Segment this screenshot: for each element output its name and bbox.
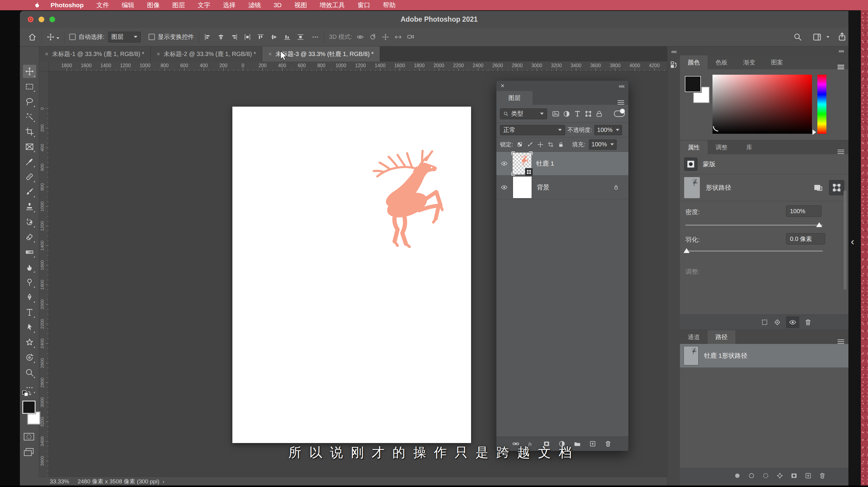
vector-mask-button[interactable] [829, 180, 844, 195]
share-icon[interactable] [837, 32, 847, 41]
document-canvas[interactable] [232, 107, 471, 443]
close-tab-icon[interactable]: × [157, 51, 160, 58]
foreground-color-swatch[interactable] [22, 400, 36, 414]
stroke-path-icon[interactable] [748, 472, 755, 480]
density-slider-thumb[interactable] [816, 222, 822, 227]
layer-thumbnail[interactable] [513, 176, 532, 198]
menu-item-3D[interactable]: 3D [274, 1, 282, 9]
rotate-view-tool[interactable] [23, 351, 36, 364]
crop-tool[interactable] [23, 125, 36, 138]
tab-渐变[interactable]: 渐变 [735, 56, 763, 69]
zoom-level[interactable]: 33.33% [50, 478, 69, 485]
brush-tool[interactable] [23, 185, 36, 198]
collapse-icon[interactable]: «« [619, 83, 624, 90]
add-mask-button[interactable] [813, 183, 823, 192]
hamburger-icon[interactable] [838, 339, 844, 344]
healing-brush-tool[interactable] [23, 170, 36, 184]
saturation-brightness-field[interactable] [712, 75, 812, 134]
pixel-filter-icon[interactable] [552, 110, 560, 118]
menu-item-滤镜[interactable]: 滤镜 [248, 1, 261, 9]
mask-visibility-icon[interactable] [786, 316, 799, 328]
scrollbar[interactable] [844, 190, 846, 290]
tab-layers[interactable]: 图层 [496, 91, 532, 105]
new-path-icon[interactable] [804, 472, 812, 480]
path-to-selection-icon[interactable] [762, 472, 770, 480]
feather-field[interactable]: 0.0 像素 [786, 233, 825, 245]
menu-item-帮助[interactable]: 帮助 [383, 1, 396, 9]
chevron-right-icon[interactable]: › [162, 478, 164, 485]
gradient-tool[interactable] [23, 246, 36, 259]
frame-tool[interactable] [23, 140, 36, 153]
filter-type-dropdown[interactable]: 类型 [500, 108, 547, 119]
menu-item-图像[interactable]: 图像 [147, 1, 160, 9]
opacity-field[interactable]: 100% [594, 125, 622, 135]
path-ops-icon[interactable] [776, 472, 784, 480]
delete-mask-icon[interactable] [804, 318, 812, 326]
title-bar[interactable]: Adobe Photoshop 2021 [20, 11, 858, 28]
menu-item-视图[interactable]: 视图 [294, 1, 307, 9]
tab-库[interactable]: 库 [735, 140, 763, 154]
marquee-tool[interactable] [23, 80, 36, 93]
blend-mode-dropdown[interactable]: 正常 [500, 125, 565, 135]
workspace-icon[interactable] [812, 33, 822, 41]
dodge-tool[interactable] [23, 275, 36, 289]
layer-thumbnail[interactable] [513, 153, 531, 174]
lock-position-icon[interactable] [537, 141, 544, 148]
tab-颜色[interactable]: 颜色 [680, 56, 708, 69]
feather-slider[interactable] [685, 251, 823, 252]
hamburger-icon[interactable] [838, 65, 844, 69]
document-tab[interactable]: ×未标题-1 @ 33.3% (鹿 1, RGB/8) * [39, 46, 151, 61]
lock-artboard-icon[interactable] [547, 141, 554, 148]
eye-icon[interactable] [501, 184, 508, 191]
horizontal-ruler[interactable]: 1800160014001200100080060040020002004006… [39, 61, 667, 71]
collapse-icon[interactable]: «« [667, 46, 680, 55]
move-tool[interactable] [23, 65, 36, 78]
path-mask-icon[interactable] [790, 472, 798, 480]
density-field[interactable]: 100% [786, 205, 822, 217]
quick-mask-icon[interactable] [24, 432, 34, 441]
adjustment-filter-icon[interactable] [563, 110, 570, 118]
menu-item-文件[interactable]: 文件 [96, 1, 109, 9]
lasso-tool[interactable] [23, 95, 36, 108]
foreground-color-swatch[interactable] [685, 76, 701, 92]
shape-filter-icon[interactable] [584, 110, 592, 118]
eraser-tool[interactable] [23, 230, 36, 244]
hamburger-icon[interactable] [838, 150, 844, 154]
lock-all-icon[interactable] [558, 141, 564, 148]
layer-row[interactable]: 背景 [496, 175, 628, 199]
tab-路径[interactable]: 路径 [708, 330, 735, 344]
eye-icon[interactable] [501, 160, 508, 167]
zoom-tool[interactable] [23, 366, 36, 379]
path-row[interactable]: 牡鹿 1形状路径 [680, 344, 848, 367]
delete-path-icon[interactable] [818, 472, 826, 480]
feather-slider-thumb[interactable] [684, 248, 689, 253]
menu-item-编辑[interactable]: 编辑 [122, 1, 134, 9]
type-filter-icon[interactable] [574, 110, 581, 118]
menu-item-选择[interactable]: 选择 [223, 1, 236, 9]
smart-object-filter-icon[interactable] [595, 110, 603, 118]
menu-item-增效工具[interactable]: 增效工具 [320, 1, 345, 9]
tab-通道[interactable]: 通道 [680, 330, 708, 344]
menu-item-图层[interactable]: 图层 [173, 1, 185, 9]
shape-path-thumbnail[interactable] [684, 177, 700, 198]
close-icon[interactable]: × [501, 82, 504, 90]
edit-toolbar[interactable] [23, 381, 36, 394]
smudge-tool[interactable] [23, 261, 36, 274]
tab-属性[interactable]: 属性 [680, 140, 708, 154]
tab-调整[interactable]: 调整 [708, 140, 735, 154]
clone-stamp-tool[interactable] [23, 200, 36, 214]
history-brush-tool[interactable] [23, 215, 36, 229]
chevron-down-icon[interactable] [827, 36, 830, 38]
lock-transparent-icon[interactable] [517, 141, 523, 148]
menu-item-窗口[interactable]: 窗口 [358, 1, 370, 9]
close-tab-icon[interactable]: × [45, 51, 49, 58]
shape-tool[interactable] [23, 336, 36, 349]
fill-field[interactable]: 100% [589, 139, 617, 150]
chevron-left-icon[interactable]: ‹ [851, 235, 854, 247]
tab-色板[interactable]: 色板 [708, 56, 735, 69]
close-tab-icon[interactable]: × [268, 51, 272, 58]
hamburger-icon[interactable] [618, 100, 624, 105]
hue-strip[interactable] [817, 75, 827, 134]
density-slider[interactable] [685, 225, 823, 226]
eyedropper-tool[interactable] [23, 155, 36, 168]
